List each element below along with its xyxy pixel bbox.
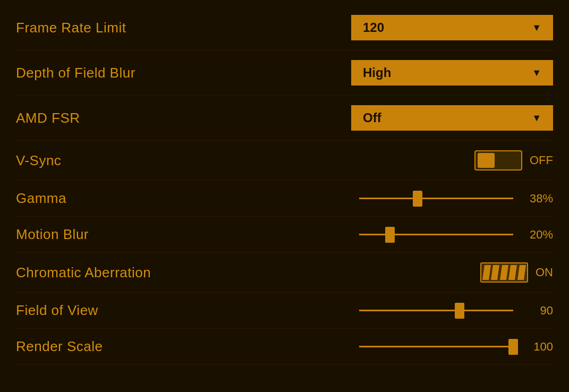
setting-row-depth-of-field-blur: Depth of Field BlurHigh▼	[16, 50, 553, 96]
slider-value-field-of-view: 90	[521, 304, 553, 318]
toggle-v-sync[interactable]	[474, 150, 522, 171]
setting-row-v-sync: V-SyncOFF	[16, 141, 553, 181]
dropdown-frame-rate-limit[interactable]: 120▼	[351, 15, 553, 40]
slider-track-field-of-view	[359, 310, 513, 311]
control-frame-rate-limit[interactable]: 120▼	[351, 15, 553, 40]
dropdown-value-depth-of-field-blur: High	[363, 65, 391, 80]
setting-row-gamma: Gamma38%	[16, 181, 553, 217]
control-field-of-view[interactable]: 90	[359, 304, 553, 318]
toggle-container-v-sync[interactable]: OFF	[474, 150, 553, 171]
control-motion-blur[interactable]: 20%	[359, 228, 553, 242]
label-amd-fsr: AMD FSR	[16, 110, 80, 126]
control-amd-fsr[interactable]: Off▼	[351, 105, 553, 131]
slider-thumb-render-scale[interactable]	[508, 339, 518, 355]
slider-track-wrapper-field-of-view[interactable]	[359, 308, 513, 313]
control-gamma[interactable]: 38%	[359, 192, 553, 206]
dropdown-arrow-depth-of-field-blur: ▼	[532, 67, 541, 79]
control-render-scale[interactable]: 100	[359, 340, 553, 354]
label-field-of-view: Field of View	[16, 302, 98, 319]
setting-row-render-scale: Render Scale100	[16, 329, 553, 365]
setting-row-chromatic-aberration: Chromatic AberrationON	[16, 253, 553, 293]
toggle-fill-chromatic-aberration	[481, 263, 527, 282]
slider-track-gamma	[359, 198, 513, 199]
label-gamma: Gamma	[16, 190, 66, 207]
slider-thumb-motion-blur[interactable]	[385, 227, 395, 243]
dropdown-amd-fsr[interactable]: Off▼	[351, 105, 553, 131]
dropdown-arrow-frame-rate-limit: ▼	[532, 22, 541, 33]
slider-container-render-scale[interactable]: 100	[359, 340, 553, 354]
control-depth-of-field-blur[interactable]: High▼	[351, 60, 553, 86]
slider-value-gamma: 38%	[521, 192, 553, 206]
setting-row-amd-fsr: AMD FSROff▼	[16, 96, 553, 141]
control-v-sync[interactable]: OFF	[474, 150, 553, 171]
slider-track-wrapper-render-scale[interactable]	[359, 344, 513, 350]
setting-row-motion-blur: Motion Blur20%	[16, 217, 553, 253]
dropdown-arrow-amd-fsr: ▼	[532, 113, 541, 124]
slider-value-render-scale: 100	[521, 340, 553, 354]
setting-row-frame-rate-limit: Frame Rate Limit120▼	[16, 5, 553, 50]
dropdown-value-amd-fsr: Off	[363, 110, 381, 125]
toggle-thumb-v-sync	[478, 153, 495, 168]
slider-thumb-field-of-view[interactable]	[455, 303, 464, 319]
toggle-container-chromatic-aberration[interactable]: ON	[480, 262, 553, 283]
slider-container-field-of-view[interactable]: 90	[359, 304, 553, 318]
slider-track-wrapper-gamma[interactable]	[359, 196, 513, 201]
toggle-chromatic-aberration[interactable]	[480, 262, 528, 283]
label-render-scale: Render Scale	[16, 338, 103, 355]
toggle-label-chromatic-aberration: ON	[536, 266, 553, 279]
slider-container-motion-blur[interactable]: 20%	[359, 228, 553, 242]
toggle-label-v-sync: OFF	[530, 154, 553, 167]
slider-thumb-gamma[interactable]	[413, 191, 422, 207]
dropdown-depth-of-field-blur[interactable]: High▼	[351, 60, 553, 86]
dropdown-value-frame-rate-limit: 120	[363, 20, 384, 35]
slider-track-wrapper-motion-blur[interactable]	[359, 232, 513, 237]
label-frame-rate-limit: Frame Rate Limit	[16, 20, 126, 36]
slider-track-motion-blur	[359, 234, 513, 235]
label-depth-of-field-blur: Depth of Field Blur	[16, 65, 135, 81]
slider-container-gamma[interactable]: 38%	[359, 192, 553, 206]
label-v-sync: V-Sync	[16, 152, 61, 169]
settings-panel: Frame Rate Limit120▼Depth of Field BlurH…	[0, 0, 569, 370]
setting-row-field-of-view: Field of View90	[16, 293, 553, 329]
control-chromatic-aberration[interactable]: ON	[480, 262, 553, 283]
slider-value-motion-blur: 20%	[521, 228, 553, 242]
label-motion-blur: Motion Blur	[16, 226, 89, 243]
slider-track-render-scale	[359, 346, 513, 347]
label-chromatic-aberration: Chromatic Aberration	[16, 265, 151, 281]
